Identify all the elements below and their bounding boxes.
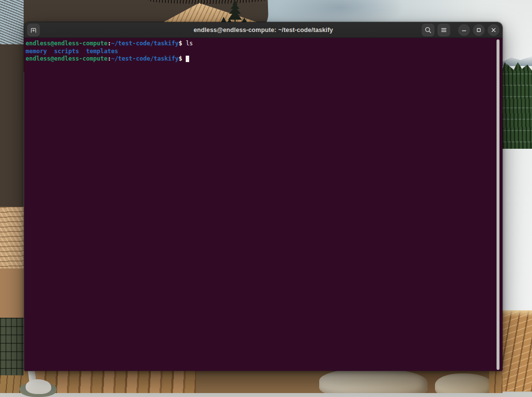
prompt-user-host: endless@endless-compute [26,40,107,47]
wallpaper-forest [502,62,532,149]
wallpaper-bottom-path [0,393,532,397]
close-button[interactable] [488,24,499,36]
terminal-cursor [186,56,189,62]
wallpaper-shingle-pile [0,207,24,268]
wallpaper-mossy-shingles [0,318,24,375]
wallpaper-white-carving [26,379,51,394]
new-tab-button[interactable] [27,24,40,36]
prompt-user-host: endless@endless-compute [26,55,107,62]
new-tab-icon [30,26,37,34]
command-text: ls [186,40,193,47]
search-icon [424,26,432,34]
close-icon [490,26,498,34]
prompt-symbol: $ [179,55,182,62]
terminal-line-prompt: endless@endless-compute:~/test-code/task… [26,55,496,63]
wallpaper-log-wall [0,268,24,318]
terminal-scrollbar[interactable] [497,39,499,370]
directory-name: scripts [54,48,79,55]
wallpaper-rocky-scree [502,148,532,310]
wallpaper-right-strip [502,0,532,397]
wallpaper-branches [0,0,24,44]
wallpaper-sky-right [502,0,532,63]
search-button[interactable] [422,24,434,36]
directory-name: memory [26,48,47,55]
prompt-path: ~/test-code/taskify [111,55,178,62]
hamburger-menu-icon [440,26,448,34]
maximize-button[interactable] [473,24,485,36]
directory-name: templates [86,48,118,55]
prompt-path: ~/test-code/taskify [111,40,178,47]
minimize-icon [460,26,468,34]
wallpaper-twigs [0,44,24,207]
menu-button[interactable] [437,24,450,36]
wallpaper-left-strip [0,0,24,397]
minimize-button[interactable] [458,24,470,36]
terminal-window: endless@endless-compute: ~/test-code/tas… [24,22,503,371]
titlebar[interactable]: endless@endless-compute: ~/test-code/tas… [24,22,502,38]
terminal-line-command: endless@endless-compute:~/test-code/task… [26,40,496,48]
terminal-content-area[interactable]: endless@endless-compute:~/test-code/task… [24,38,502,371]
terminal-line-ls-output: memoryscriptstemplates [26,48,496,56]
wallpaper-bottom-strip [24,370,502,397]
maximize-icon [475,26,483,34]
wallpaper-wooden-crates [502,310,532,392]
prompt-symbol: $ [179,40,182,47]
wallpaper-evergreen-tree [220,0,251,23]
